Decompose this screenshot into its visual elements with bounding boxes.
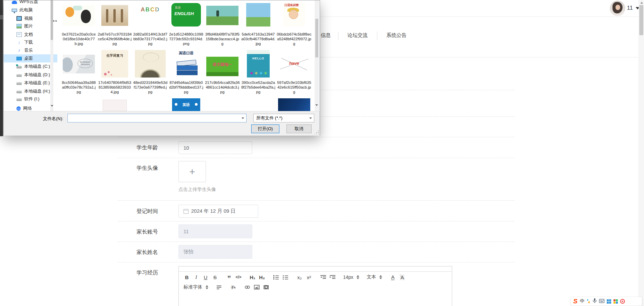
italic-button[interactable]: I bbox=[193, 274, 200, 280]
bold-button[interactable]: B bbox=[183, 274, 190, 280]
file-name[interactable]: 3f8d46b6f8f7a783f5158bde3aceacc4.jpg bbox=[205, 32, 240, 46]
parent-name-value: 张怡 bbox=[183, 249, 194, 255]
filename-input[interactable] bbox=[67, 114, 247, 122]
filetype-select[interactable]: 所有文件 (*.*) bbox=[253, 114, 314, 122]
filelist-scrollbar-thumb[interactable] bbox=[315, 19, 318, 57]
subscript-button[interactable]: x₂ bbox=[296, 274, 303, 280]
font-family-select[interactable]: 标准字体 bbox=[183, 284, 208, 291]
student-age-input[interactable]: 10 bbox=[178, 141, 252, 154]
image-icon[interactable] bbox=[253, 284, 260, 291]
file-name[interactable]: 390cc0ce52acda2a8f27b5dee64ba2fa.jpg bbox=[241, 80, 276, 94]
ime-toolbar: S 中 bbox=[571, 297, 642, 306]
unordered-list-icon[interactable] bbox=[282, 274, 289, 280]
file-thumbnail[interactable]: 口语实训营 bbox=[283, 2, 305, 27]
open-button[interactable]: 打开(O) bbox=[251, 124, 279, 133]
background-color-button[interactable]: A bbox=[399, 274, 406, 280]
font-color-button[interactable]: A bbox=[389, 274, 396, 280]
file-list: ABCD 英语ENGLISH 口语实训营 0e37621e20a0c0ce0d1… bbox=[57, 0, 314, 111]
avatar-upload-box[interactable]: + bbox=[178, 161, 206, 182]
ordered-list-icon[interactable] bbox=[273, 274, 279, 280]
file-name[interactable]: 2d82a0014f413cbf7bb83e73177c40e2.jpg bbox=[133, 32, 168, 46]
scrollbar-thumb[interactable] bbox=[639, 5, 643, 35]
blockquote-button[interactable]: ” bbox=[226, 272, 232, 282]
file-thumbnail[interactable]: 英语 bbox=[172, 98, 200, 111]
scroll-down-icon[interactable] bbox=[315, 104, 318, 106]
link-icon[interactable] bbox=[244, 284, 251, 291]
format-select[interactable]: 文本 bbox=[367, 274, 382, 280]
file-name[interactable]: 48ed32318449e53df173e0a67739ffed.jpg bbox=[133, 80, 168, 94]
row-separator bbox=[118, 242, 515, 242]
strikethrough-button[interactable]: S bbox=[212, 274, 218, 280]
cloud-icon bbox=[12, 1, 17, 4]
drive-icon bbox=[16, 91, 22, 93]
drive-icon bbox=[16, 98, 22, 101]
browser-scrollbar[interactable] bbox=[639, 0, 644, 306]
scroll-down-icon[interactable] bbox=[51, 105, 53, 107]
file-thumbnail[interactable]: HELLO bbox=[247, 50, 270, 78]
file-name[interactable]: 2e1d5124880c10987273dc592c931f4d.png bbox=[169, 32, 204, 46]
ime-mode-chinese[interactable]: 中 bbox=[580, 298, 585, 304]
font-size-select[interactable]: 14px bbox=[343, 274, 359, 280]
skin-palette-icon[interactable] bbox=[613, 299, 618, 304]
clear-format-button[interactable]: Tx bbox=[230, 284, 236, 291]
file-name[interactable]: 5defc47163a13947a03cfb46778d8a4d.jpg bbox=[241, 32, 276, 46]
file-name[interactable]: 597af2c9e103bf63542e6c615ff50acb.jpg bbox=[277, 80, 312, 94]
tab-forum[interactable]: 论坛交流 bbox=[347, 32, 368, 39]
file-thumbnail[interactable] bbox=[206, 6, 238, 25]
file-thumbnail[interactable]: 英语ENGLISH bbox=[171, 3, 201, 27]
file-thumbnail[interactable] bbox=[103, 100, 127, 111]
file-thumbnail[interactable] bbox=[135, 50, 166, 78]
file-name[interactable]: 06bdcb674c5b8f8eca5248bf422f9972.jpg bbox=[277, 32, 312, 46]
file-thumbnail[interactable]: ABCD bbox=[134, 6, 166, 25]
keyboard-icon[interactable] bbox=[599, 298, 604, 304]
sogou-logo-icon[interactable]: S bbox=[573, 298, 578, 305]
recording-status-icon[interactable] bbox=[620, 299, 625, 304]
file-name[interactable]: 0e37621e20a0c0ce0d18be10de40c77b.jpg bbox=[61, 32, 96, 46]
avatar-upload-hint: 点击上传学生头像 bbox=[178, 187, 216, 193]
file-thumbnail[interactable] bbox=[278, 98, 310, 111]
file-name[interactable]: 87d45d4aa16f39b0d2bf7f9dddbed137.jpg bbox=[169, 80, 204, 94]
indent-icon[interactable] bbox=[329, 274, 336, 280]
video-icon[interactable] bbox=[263, 284, 269, 291]
file-name[interactable]: 8cc50646aa39a388a0ffc03e78c792a1.jpg bbox=[61, 80, 96, 94]
parent-name-input: 张怡 bbox=[178, 245, 252, 259]
editor-top-strip bbox=[179, 266, 452, 272]
resize-grip[interactable] bbox=[315, 130, 319, 134]
row-separator bbox=[118, 137, 515, 137]
heading2-button[interactable]: H₂ bbox=[259, 274, 265, 280]
file-thumbnail[interactable]: 生字词复习 bbox=[101, 50, 128, 78]
tab-announcements[interactable]: 系统公告 bbox=[386, 32, 407, 39]
file-thumbnail[interactable] bbox=[101, 5, 128, 26]
file-thumbnail[interactable] bbox=[246, 3, 270, 27]
file-thumbnail[interactable]: BUSINESS TRAINING bbox=[63, 55, 95, 73]
scroll-up-icon[interactable] bbox=[640, 2, 643, 4]
row-separator bbox=[118, 262, 515, 262]
combo-arrow-icon[interactable] bbox=[239, 114, 246, 122]
row-separator bbox=[118, 158, 515, 158]
avatar[interactable] bbox=[610, 1, 625, 16]
tab-info-partial[interactable]: 信息 bbox=[321, 32, 331, 39]
superscript-button[interactable]: x² bbox=[306, 274, 312, 280]
code-button[interactable]: </> bbox=[235, 274, 242, 280]
punctuation-icon[interactable] bbox=[587, 299, 590, 304]
drive-icon bbox=[16, 82, 22, 85]
screen: 11 信息 论坛交流 系统公告 学生年龄 10 学生头像 + 点击上传学生头像 … bbox=[0, 0, 644, 306]
file-thumbnail[interactable]: have bbox=[278, 55, 310, 73]
username-label: 11 bbox=[627, 5, 633, 11]
parent-account-value: 11 bbox=[183, 228, 189, 234]
file-thumbnail[interactable]: 语文园地一 bbox=[206, 57, 238, 76]
underline-button[interactable]: U bbox=[202, 274, 209, 280]
file-thumbnail[interactable]: 英语口语 bbox=[172, 49, 200, 78]
reg-time-input[interactable]: 2024 年 12 月 09 日 bbox=[178, 205, 258, 218]
align-icon[interactable] bbox=[216, 284, 222, 291]
rich-text-editor[interactable]: B I U S ” </> H₁ H₂ x₂ x² 14px bbox=[178, 266, 452, 306]
outdent-icon[interactable] bbox=[320, 274, 326, 280]
heading1-button[interactable]: H₁ bbox=[249, 274, 256, 280]
file-thumbnail[interactable] bbox=[63, 5, 95, 26]
mic-icon[interactable] bbox=[593, 298, 597, 305]
file-name[interactable]: 2a87e57cc9703184ce5c42fe966fb4de.jpg bbox=[97, 32, 132, 46]
input-grid-icon[interactable] bbox=[607, 299, 611, 304]
file-name[interactable]: 217c9b54cca82fa364861cc14d4dcdc3.jpg bbox=[205, 80, 240, 94]
file-name[interactable]: 17c64078064f9d53813859bb58239334.jpg bbox=[97, 80, 132, 94]
cancel-button[interactable]: 取消 bbox=[286, 124, 312, 133]
